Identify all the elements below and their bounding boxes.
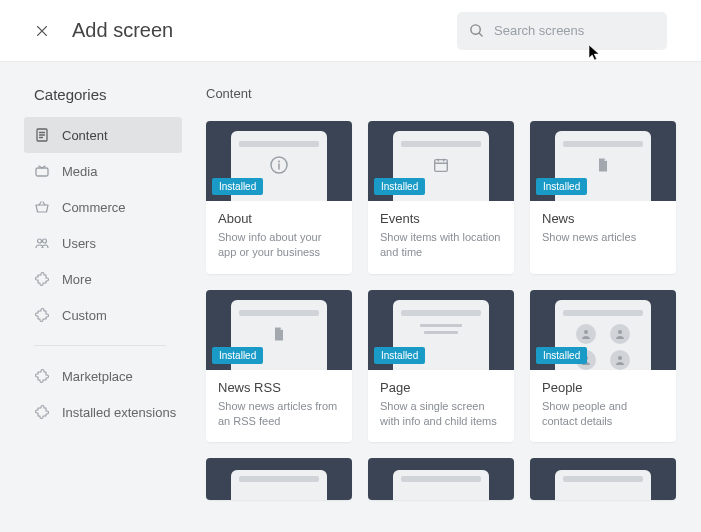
card-title: Events bbox=[380, 211, 502, 226]
sidebar-divider bbox=[34, 345, 166, 346]
file-icon bbox=[593, 155, 613, 175]
page-title: Add screen bbox=[72, 19, 173, 42]
svg-rect-7 bbox=[435, 160, 448, 172]
sidebar-item-media[interactable]: Media bbox=[0, 153, 190, 189]
search-icon bbox=[469, 23, 484, 38]
puzzle-icon bbox=[34, 307, 50, 323]
sidebar-item-label: Users bbox=[62, 236, 96, 251]
sidebar-item-marketplace[interactable]: Marketplace bbox=[0, 358, 190, 394]
card-desc: Show news articles from an RSS feed bbox=[218, 399, 340, 429]
sidebar-item-label: Commerce bbox=[62, 200, 126, 215]
card-desc: Show items with location and time bbox=[380, 230, 502, 260]
svg-rect-2 bbox=[36, 168, 48, 176]
svg-point-11 bbox=[618, 356, 622, 360]
sidebar-item-label: Custom bbox=[62, 308, 107, 323]
card-title: People bbox=[542, 380, 664, 395]
card-thumbnail: Installed bbox=[530, 290, 676, 370]
section-title: Content bbox=[206, 86, 677, 101]
screen-card-people[interactable]: Installed People Show people and contact… bbox=[530, 290, 676, 443]
card-thumbnail: Installed bbox=[206, 290, 352, 370]
close-button[interactable] bbox=[34, 23, 50, 39]
users-icon bbox=[34, 235, 50, 251]
puzzle-icon bbox=[34, 271, 50, 287]
sidebar: Categories Content Media Commerce Users bbox=[0, 62, 190, 532]
sidebar-item-content[interactable]: Content bbox=[24, 117, 182, 153]
screen-card-page[interactable]: Installed Page Show a single screen with… bbox=[368, 290, 514, 443]
card-thumbnail: Installed bbox=[206, 121, 352, 201]
screen-card-placeholder[interactable] bbox=[368, 458, 514, 500]
card-thumbnail: Installed bbox=[368, 290, 514, 370]
tv-icon bbox=[34, 163, 50, 179]
search-input[interactable] bbox=[494, 23, 655, 38]
info-icon bbox=[269, 155, 289, 175]
card-title: News bbox=[542, 211, 664, 226]
installed-badge: Installed bbox=[536, 178, 587, 195]
sidebar-item-installed-extensions[interactable]: Installed extensions bbox=[0, 394, 190, 430]
sidebar-heading: Categories bbox=[0, 86, 190, 117]
basket-icon bbox=[34, 199, 50, 215]
screen-card-placeholder[interactable] bbox=[206, 458, 352, 500]
card-desc: Show news articles bbox=[542, 230, 664, 245]
screen-card-events[interactable]: Installed Events Show items with locatio… bbox=[368, 121, 514, 274]
lines-icon bbox=[411, 324, 471, 334]
svg-point-9 bbox=[618, 330, 622, 334]
sidebar-item-commerce[interactable]: Commerce bbox=[0, 189, 190, 225]
puzzle-icon bbox=[34, 368, 50, 384]
installed-badge: Installed bbox=[212, 347, 263, 364]
search-field[interactable] bbox=[457, 12, 667, 50]
sidebar-item-label: More bbox=[62, 272, 92, 287]
card-thumbnail bbox=[530, 458, 676, 500]
svg-point-8 bbox=[584, 330, 588, 334]
svg-point-3 bbox=[38, 239, 42, 243]
sidebar-item-more[interactable]: More bbox=[0, 261, 190, 297]
card-desc: Show info about your app or your busines… bbox=[218, 230, 340, 260]
document-icon bbox=[34, 127, 50, 143]
card-thumbnail: Installed bbox=[530, 121, 676, 201]
main-panel: Content Installed About Show info about … bbox=[190, 62, 701, 532]
sidebar-item-custom[interactable]: Custom bbox=[0, 297, 190, 333]
installed-badge: Installed bbox=[212, 178, 263, 195]
sidebar-item-label: Installed extensions bbox=[62, 405, 176, 420]
card-title: Page bbox=[380, 380, 502, 395]
card-thumbnail: Installed bbox=[368, 121, 514, 201]
screen-card-news-rss[interactable]: Installed News RSS Show news articles fr… bbox=[206, 290, 352, 443]
card-thumbnail bbox=[368, 458, 514, 500]
sidebar-item-label: Content bbox=[62, 128, 108, 143]
puzzle-icon bbox=[34, 404, 50, 420]
screen-card-placeholder[interactable] bbox=[530, 458, 676, 500]
sidebar-item-users[interactable]: Users bbox=[0, 225, 190, 261]
svg-point-6 bbox=[278, 161, 280, 163]
sidebar-item-label: Marketplace bbox=[62, 369, 133, 384]
card-desc: Show people and contact details bbox=[542, 399, 664, 429]
installed-badge: Installed bbox=[374, 347, 425, 364]
card-title: News RSS bbox=[218, 380, 340, 395]
svg-point-4 bbox=[43, 239, 47, 243]
card-title: About bbox=[218, 211, 340, 226]
card-desc: Show a single screen with info and child… bbox=[380, 399, 502, 429]
installed-badge: Installed bbox=[536, 347, 587, 364]
card-grid: Installed About Show info about your app… bbox=[206, 121, 677, 500]
calendar-icon bbox=[431, 155, 451, 175]
card-thumbnail bbox=[206, 458, 352, 500]
file-icon bbox=[269, 324, 289, 344]
sidebar-item-label: Media bbox=[62, 164, 97, 179]
screen-card-about[interactable]: Installed About Show info about your app… bbox=[206, 121, 352, 274]
installed-badge: Installed bbox=[374, 178, 425, 195]
screen-card-news[interactable]: Installed News Show news articles bbox=[530, 121, 676, 274]
